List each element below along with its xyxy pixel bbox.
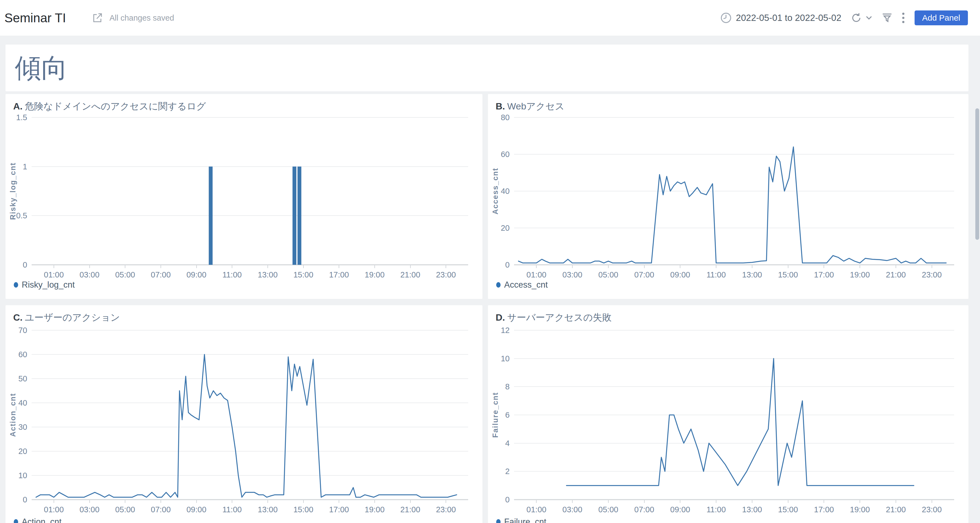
svg-text:15:00: 15:00: [778, 270, 798, 279]
chart-d-canvas[interactable]: 02468101201:0003:0005:0007:0009:0011:001…: [488, 305, 969, 523]
legend-risky-log-cnt[interactable]: Risky_log_cnt: [14, 280, 75, 290]
scrollbar-thumb[interactable]: [975, 108, 979, 240]
svg-text:17:00: 17:00: [814, 505, 834, 514]
chart-c-canvas[interactable]: 01020304050607001:0003:0005:0007:0009:00…: [5, 305, 482, 523]
app-header: Seminar TI All changes saved 2022-05-01 …: [0, 0, 980, 36]
svg-text:17:00: 17:00: [329, 505, 349, 514]
svg-text:23:00: 23:00: [922, 505, 942, 514]
export-icon[interactable]: [91, 12, 103, 24]
section-heading-panel[interactable]: 傾向: [5, 45, 969, 91]
svg-text:11:00: 11:00: [223, 505, 242, 514]
panel-title: C.ユーザーのアクション: [13, 311, 120, 324]
panel-title: B.Webアクセス: [496, 100, 564, 113]
section-heading: 傾向: [15, 55, 68, 81]
refresh-icon: [851, 13, 862, 23]
legend-dot: [496, 282, 501, 288]
svg-text:8: 8: [505, 382, 510, 391]
chart-panel-d[interactable]: D.サーバーアクセスの失敗 02468101201:0003:0005:0007…: [488, 305, 969, 523]
svg-text:07:00: 07:00: [151, 505, 171, 514]
svg-text:Risky_log_cnt: Risky_log_cnt: [9, 162, 17, 220]
svg-text:19:00: 19:00: [365, 270, 385, 279]
svg-text:07:00: 07:00: [151, 270, 171, 279]
svg-text:21:00: 21:00: [400, 270, 420, 279]
refresh-button[interactable]: [851, 13, 862, 23]
panel-letter: C.: [13, 312, 22, 322]
legend-action-cnt[interactable]: Action_cnt: [14, 517, 62, 523]
svg-text:12: 12: [501, 326, 510, 335]
svg-text:50: 50: [18, 374, 27, 383]
svg-text:10: 10: [18, 471, 27, 480]
svg-text:10: 10: [501, 354, 510, 363]
chart-panel-a[interactable]: A.危険なドメインへのアクセスに関するログ 00.511.501:0003:00…: [5, 94, 482, 299]
svg-text:2: 2: [505, 467, 510, 476]
svg-text:13:00: 13:00: [258, 270, 278, 279]
panel-letter: D.: [496, 312, 505, 322]
more-options-button[interactable]: [902, 12, 905, 24]
clock-icon: [720, 12, 732, 24]
svg-text:11:00: 11:00: [706, 505, 726, 514]
svg-text:6: 6: [505, 411, 510, 419]
svg-text:19:00: 19:00: [850, 270, 870, 279]
svg-text:11:00: 11:00: [706, 270, 726, 279]
svg-text:03:00: 03:00: [80, 505, 100, 514]
svg-text:13:00: 13:00: [742, 270, 762, 279]
svg-text:17:00: 17:00: [329, 270, 349, 279]
dashboard-title: Seminar TI: [5, 10, 66, 25]
time-range-picker[interactable]: 2022-05-01 to 2022-05-02: [720, 12, 841, 24]
svg-text:09:00: 09:00: [186, 505, 207, 514]
panel-title: A.危険なドメインへのアクセスに関するログ: [13, 100, 206, 113]
add-panel-button[interactable]: Add Panel: [915, 10, 968, 25]
chevron-down-icon: [865, 16, 872, 20]
refresh-interval-dropdown[interactable]: [865, 16, 872, 20]
svg-text:0.5: 0.5: [16, 211, 27, 220]
svg-text:30: 30: [18, 423, 27, 431]
svg-text:0: 0: [23, 495, 27, 504]
svg-text:15:00: 15:00: [778, 505, 798, 514]
svg-text:05:00: 05:00: [598, 505, 619, 514]
time-range-label: 2022-05-01 to 2022-05-02: [736, 13, 841, 23]
svg-text:21:00: 21:00: [886, 270, 906, 279]
svg-text:17:00: 17:00: [814, 270, 834, 279]
svg-text:Action_cnt: Action_cnt: [9, 393, 17, 437]
svg-text:Access_cnt: Access_cnt: [491, 168, 500, 214]
svg-text:15:00: 15:00: [293, 505, 313, 514]
svg-text:23:00: 23:00: [436, 270, 456, 279]
panel-letter: A.: [13, 101, 22, 112]
svg-text:09:00: 09:00: [670, 270, 690, 279]
chart-a-canvas[interactable]: 00.511.501:0003:0005:0007:0009:0011:0013…: [5, 94, 482, 299]
svg-text:01:00: 01:00: [527, 270, 546, 279]
svg-text:0: 0: [505, 495, 510, 504]
kebab-menu-icon: [902, 12, 905, 24]
svg-text:23:00: 23:00: [436, 505, 456, 514]
svg-text:60: 60: [18, 350, 27, 359]
legend-dot: [496, 519, 501, 523]
svg-text:20: 20: [501, 223, 510, 232]
legend-dot: [14, 519, 18, 523]
svg-text:0: 0: [23, 260, 27, 269]
svg-text:80: 80: [501, 113, 510, 122]
svg-text:01:00: 01:00: [44, 505, 64, 514]
chart-panel-b[interactable]: B.Webアクセス 02040608001:0003:0005:0007:000…: [488, 94, 969, 299]
svg-text:21:00: 21:00: [400, 505, 420, 514]
svg-text:15:00: 15:00: [293, 270, 313, 279]
legend-failure-cnt[interactable]: Failure_cnt: [496, 517, 546, 523]
chart-panel-c[interactable]: C.ユーザーのアクション 01020304050607001:0003:0005…: [5, 305, 482, 523]
svg-text:03:00: 03:00: [80, 270, 100, 279]
filter-funnel-icon: [881, 13, 892, 23]
filter-button[interactable]: [881, 13, 892, 23]
svg-text:20: 20: [18, 447, 27, 456]
svg-text:4: 4: [505, 439, 510, 448]
svg-text:13:00: 13:00: [258, 505, 278, 514]
svg-text:05:00: 05:00: [115, 505, 135, 514]
svg-text:40: 40: [18, 399, 27, 407]
svg-text:07:00: 07:00: [634, 270, 654, 279]
svg-text:23:00: 23:00: [922, 270, 942, 279]
legend-access-cnt[interactable]: Access_cnt: [496, 280, 548, 290]
svg-text:09:00: 09:00: [186, 270, 207, 279]
svg-text:0: 0: [505, 260, 510, 269]
svg-text:21:00: 21:00: [886, 505, 906, 514]
svg-text:03:00: 03:00: [562, 270, 582, 279]
panel-letter: B.: [496, 101, 505, 112]
chart-b-canvas[interactable]: 02040608001:0003:0005:0007:0009:0011:001…: [488, 94, 969, 299]
svg-text:01:00: 01:00: [527, 505, 546, 514]
